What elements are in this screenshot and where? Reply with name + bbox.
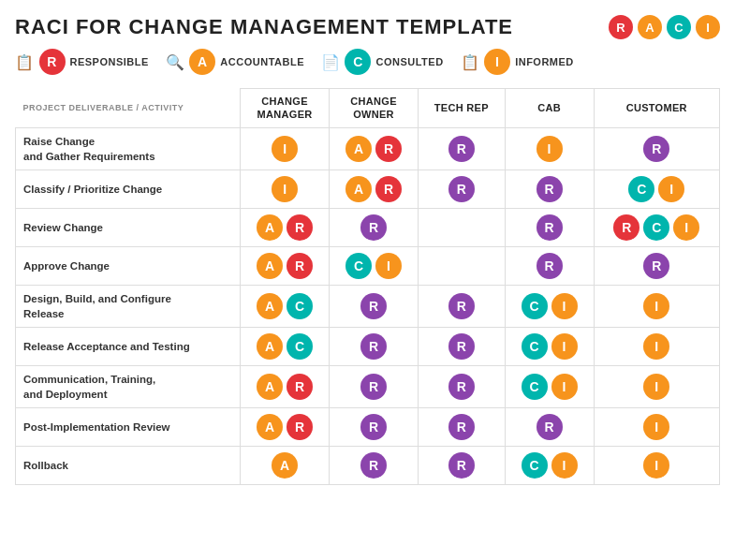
raci-badge-r: R (448, 452, 475, 479)
raci-badge-r: R (448, 176, 475, 202)
raci-badge-i: I (643, 374, 669, 400)
raci-badge-r: R (360, 293, 387, 319)
raci-badge-r: R (287, 214, 313, 241)
raci-badge-c: C (522, 293, 548, 319)
table-row: Release Acceptance and TestingACRRCII (16, 327, 720, 365)
raci-cell: R (330, 208, 419, 246)
legend-consulted: 📄 C CONSULTED (321, 49, 444, 75)
raci-cell: R (330, 285, 419, 327)
activity-cell: Rollback (16, 447, 241, 485)
raci-cell: R (505, 408, 594, 447)
table-row: Post-Implementation ReviewARRRRI (16, 408, 720, 447)
raci-cell: R (419, 327, 506, 365)
raci-cell: I (241, 127, 330, 169)
raci-table: PROJECT DELIVERABLE / ACTIVITY CHANGEMAN… (15, 88, 720, 485)
raci-badge-r: R (448, 374, 475, 400)
raci-badge-r: R (448, 333, 475, 360)
raci-cell: R (330, 327, 419, 365)
raci-cell: AR (241, 365, 330, 407)
raci-badge-c: C (522, 452, 548, 479)
raci-badge-r: R (287, 374, 313, 400)
raci-badge-r: R (360, 374, 387, 400)
col-change-owner: CHANGEOWNER (330, 89, 419, 128)
raci-cell: I (505, 127, 594, 169)
legend-c-badge: C (345, 49, 371, 75)
raci-badge-c: C (287, 293, 313, 319)
legend: 📋 R RESPONSIBLE 🔍 A ACCOUNTABLE 📄 C CONS… (15, 49, 720, 75)
raci-badge-r: R (448, 136, 475, 162)
raci-badge-a: A (272, 452, 298, 479)
table-row: Communication, Training, and DeploymentA… (16, 365, 720, 407)
raci-badge-r: R (613, 214, 639, 241)
top-r-badge: R (609, 15, 633, 39)
doc-icon-r: 📋 (15, 53, 35, 71)
table-row: RollbackARRCII (16, 447, 720, 485)
table-row: Classify / Prioritize ChangeIARRRCI (16, 169, 720, 208)
raci-cell: AR (330, 127, 419, 169)
raci-badge-r: R (375, 176, 402, 202)
activity-column-header: PROJECT DELIVERABLE / ACTIVITY (16, 89, 241, 128)
activity-cell: Classify / Prioritize Change (16, 169, 241, 208)
raci-cell: R (419, 169, 506, 208)
raci-cell: R (594, 127, 720, 169)
raci-cell: AR (330, 169, 419, 208)
raci-badge-r: R (375, 136, 402, 162)
raci-cell: A (241, 447, 330, 485)
raci-cell: R (505, 208, 594, 246)
raci-badge-r: R (448, 414, 475, 440)
legend-a-label: ACCOUNTABLE (220, 56, 304, 67)
raci-cell: R (419, 365, 506, 407)
raci-badge-r: R (643, 136, 669, 162)
raci-badge-a: A (257, 214, 283, 241)
activity-cell: Release Acceptance and Testing (16, 327, 241, 365)
raci-badge-a: A (257, 333, 283, 360)
raci-badge-r: R (643, 253, 669, 279)
raci-badge-i: I (375, 253, 402, 279)
raci-cell: CI (594, 169, 720, 208)
col-change-manager: CHANGEMANAGER (241, 89, 330, 128)
raci-cell: CI (505, 285, 594, 327)
col-cab: CAB (505, 89, 594, 128)
raci-badge-r: R (360, 214, 387, 241)
raci-badge-i: I (643, 333, 669, 360)
top-raci-badges: R A C I (609, 15, 720, 39)
raci-badge-r: R (537, 214, 563, 241)
top-i-badge: I (696, 15, 720, 39)
raci-cell: AR (241, 408, 330, 447)
raci-badge-r: R (537, 253, 563, 279)
raci-badge-r: R (287, 253, 313, 279)
table-row: Approve ChangeARCIRR (16, 246, 720, 285)
raci-badge-c: C (643, 214, 669, 241)
raci-cell: I (241, 169, 330, 208)
raci-badge-r: R (287, 414, 313, 440)
raci-badge-a: A (257, 374, 283, 400)
raci-cell (419, 208, 506, 246)
raci-cell: R (330, 408, 419, 447)
table-row: Design, Build, and Configure ReleaseACRR… (16, 285, 720, 327)
table-row: Review ChangeARRRRCI (16, 208, 720, 246)
raci-cell: R (505, 246, 594, 285)
raci-cell: R (594, 246, 720, 285)
table-row: Raise Change and Gather RequirementsIARR… (16, 127, 720, 169)
activity-cell: Post-Implementation Review (16, 408, 241, 447)
raci-badge-i: I (551, 293, 578, 319)
raci-cell: AR (241, 246, 330, 285)
raci-badge-c: C (628, 176, 654, 202)
raci-cell: R (419, 285, 506, 327)
raci-cell: R (419, 408, 506, 447)
raci-cell: AR (241, 208, 330, 246)
raci-cell: AC (241, 327, 330, 365)
raci-badge-a: A (257, 414, 283, 440)
raci-cell: R (330, 365, 419, 407)
raci-badge-i: I (643, 293, 669, 319)
raci-cell: R (330, 447, 419, 485)
raci-badge-c: C (345, 253, 372, 279)
raci-badge-i: I (272, 136, 298, 162)
legend-r-badge: R (39, 49, 66, 75)
doc-icon-i: 📋 (461, 53, 480, 71)
raci-cell: R (419, 447, 506, 485)
top-a-badge: A (638, 15, 662, 39)
activity-cell: Approve Change (16, 246, 241, 285)
raci-badge-r: R (360, 414, 387, 440)
raci-cell: CI (505, 365, 594, 407)
